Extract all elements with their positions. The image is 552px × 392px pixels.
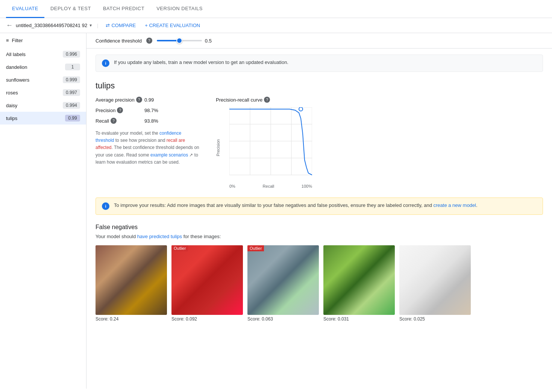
confidence-label: Confidence threshold xyxy=(96,38,142,44)
outlier-badge-3: Outlier xyxy=(247,245,264,251)
image-green xyxy=(323,245,395,315)
metrics-chart-row: Average precision ? 0.99 Precision ? 98.… xyxy=(86,97,552,198)
avg-precision-help-icon[interactable]: ? xyxy=(136,97,142,103)
highlight-have: have predicted tulips xyxy=(137,234,182,239)
image-card-3[interactable]: Outlier Score: 0.063 xyxy=(247,245,319,322)
chart-wrapper: Precision xyxy=(216,107,543,188)
sidebar-item-tulips[interactable]: tulips 0.99 xyxy=(0,112,86,125)
info-icon: i xyxy=(102,59,109,67)
chart-title: Precision-recall curve ? xyxy=(216,97,543,103)
false-negatives-title: False negatives xyxy=(96,224,543,231)
tab-deploy-test[interactable]: DEPLOY & TEST xyxy=(44,0,97,18)
breadcrumb-bar: ← untitled_33038664495708241 92 ▼ | ⇄ CO… xyxy=(0,18,552,33)
tab-evaluate[interactable]: EVALUATE xyxy=(6,0,44,18)
image-thumb-1 xyxy=(96,245,167,315)
avg-precision-value: 0.99 xyxy=(144,97,154,103)
image-white-flower xyxy=(399,245,471,315)
sidebar-item-all-labels[interactable]: All labels 0.996 xyxy=(0,48,86,61)
outlier-badge-2: Outlier xyxy=(171,245,188,251)
image-score-4: Score: 0.031 xyxy=(323,316,395,322)
back-button[interactable]: ← xyxy=(6,21,13,29)
model-name-selector[interactable]: untitled_33038664495708241 92 ▼ xyxy=(16,23,93,28)
image-card-2[interactable]: Outlier Score: 0.092 xyxy=(171,245,243,322)
image-thumb-2: Outlier xyxy=(171,245,243,315)
recall-help-icon[interactable]: ? xyxy=(111,118,117,124)
images-row: Score: 0.24 Outlier Score: 0.092 Outlier xyxy=(96,245,543,322)
confidence-help-icon[interactable]: ? xyxy=(146,38,152,44)
image-card-4[interactable]: Score: 0.031 xyxy=(323,245,395,322)
image-garden xyxy=(247,245,319,315)
precision-label: Precision ? xyxy=(96,107,144,113)
filter-header: ≡ Filter xyxy=(0,38,86,48)
section-title: tulips xyxy=(86,78,552,97)
svg-point-10 xyxy=(299,107,303,111)
chart-y-axis-label: Precision xyxy=(216,139,220,156)
chart-x-label: Recall xyxy=(263,184,274,188)
image-score-5: Score: 0.025 xyxy=(399,316,471,322)
image-card-5[interactable]: Score: 0.025 xyxy=(399,245,471,322)
threshold-value: 0.5 xyxy=(205,38,214,44)
chart-panel: Precision-recall curve ? Precision xyxy=(216,97,543,188)
info-banner: i If you update any labels, train a new … xyxy=(96,55,543,72)
tab-batch-predict[interactable]: BATCH PREDICT xyxy=(97,0,150,18)
chart-x-end: 100% xyxy=(302,184,312,188)
compare-button[interactable]: ⇄ COMPARE xyxy=(103,21,139,30)
chart-area: 0% Recall 100% xyxy=(222,107,312,188)
image-thumb-3: Outlier xyxy=(247,245,319,315)
precision-row: Precision ? 98.7% xyxy=(96,107,201,113)
image-flower1 xyxy=(96,245,167,315)
improve-info-icon: i xyxy=(102,202,109,210)
false-negatives-subtitle: Your model should have predicted tulips … xyxy=(96,234,543,239)
create-new-model-link[interactable]: create a new model xyxy=(434,202,476,208)
chart-x-axis: 0% Recall 100% xyxy=(229,184,312,188)
sidebar-item-sunflowers[interactable]: sunflowers 0.999 xyxy=(0,73,86,86)
chart-x-start: 0% xyxy=(229,184,235,188)
confidence-threshold-bar: Confidence threshold ? 0.5 xyxy=(86,33,552,49)
avg-precision-label: Average precision ? xyxy=(96,97,144,103)
image-card-1[interactable]: Score: 0.24 xyxy=(96,245,167,322)
recall-row: Recall ? 93.8% xyxy=(96,118,201,124)
false-negatives-section: False negatives Your model should have p… xyxy=(86,221,552,331)
recall-value: 93.8% xyxy=(144,118,158,124)
top-nav: EVALUATE DEPLOY & TEST BATCH PREDICT VER… xyxy=(0,0,552,18)
precision-recall-svg xyxy=(229,107,312,182)
image-thumb-4 xyxy=(323,245,395,315)
sidebar-item-roses[interactable]: roses 0.997 xyxy=(0,86,86,99)
image-thumb-5 xyxy=(399,245,471,315)
precision-value: 98.7% xyxy=(144,108,158,113)
image-score-2: Score: 0.092 xyxy=(171,316,243,322)
breadcrumb-divider: | xyxy=(97,23,98,28)
sidebar-item-daisy[interactable]: daisy 0.994 xyxy=(0,99,86,112)
create-evaluation-button[interactable]: + CREATE EVALUATION xyxy=(142,21,203,30)
avg-precision-row: Average precision ? 0.99 xyxy=(96,97,201,103)
image-score-1: Score: 0.24 xyxy=(96,316,167,322)
sidebar: ≡ Filter All labels 0.996 dandelion 1 su… xyxy=(0,33,86,389)
recall-label: Recall ? xyxy=(96,118,144,124)
model-dropdown-arrow: ▼ xyxy=(89,23,93,27)
tab-version-details[interactable]: VERSION DETAILS xyxy=(150,0,209,18)
main-layout: ≡ Filter All labels 0.996 dandelion 1 su… xyxy=(0,33,552,389)
sidebar-item-dandelion[interactable]: dandelion 1 xyxy=(0,61,86,73)
filter-icon: ≡ xyxy=(6,38,9,43)
image-strawberries xyxy=(171,245,243,315)
metrics-description: To evaluate your model, set the confiden… xyxy=(96,130,201,166)
content-area: Confidence threshold ? 0.5 i If you upda… xyxy=(86,33,552,389)
chart-container xyxy=(229,107,312,182)
chart-help-icon[interactable]: ? xyxy=(264,97,270,103)
slider-container: 0.5 xyxy=(157,38,214,44)
image-score-3: Score: 0.063 xyxy=(247,316,319,322)
metrics-panel: Average precision ? 0.99 Precision ? 98.… xyxy=(96,97,201,188)
precision-help-icon[interactable]: ? xyxy=(117,107,123,113)
improve-banner: i To improve your results: Add more imag… xyxy=(96,198,543,215)
improve-banner-text: To improve your results: Add more images… xyxy=(114,202,478,208)
compare-icon: ⇄ xyxy=(106,23,110,28)
confidence-slider[interactable] xyxy=(157,40,202,41)
